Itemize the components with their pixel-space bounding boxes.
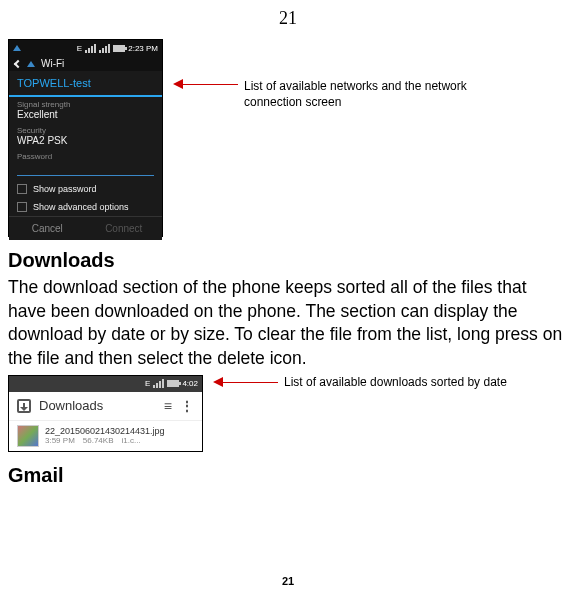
connect-button[interactable]: Connect bbox=[86, 217, 163, 240]
show-password-checkbox[interactable] bbox=[17, 184, 27, 194]
status-e: E bbox=[77, 44, 82, 53]
signal-icon bbox=[85, 44, 96, 53]
wifi-status-icon bbox=[13, 45, 21, 51]
page-number-bottom: 21 bbox=[0, 575, 576, 587]
signal-strength-label: Signal strength bbox=[17, 100, 154, 109]
back-icon[interactable] bbox=[14, 59, 22, 67]
download-source: i1.c... bbox=[122, 436, 141, 445]
sort-icon[interactable]: ≡ bbox=[164, 398, 172, 414]
show-advanced-checkbox[interactable] bbox=[17, 202, 27, 212]
wifi-title-icon bbox=[27, 61, 35, 67]
downloads-heading: Downloads bbox=[8, 249, 568, 272]
download-size: 56.74KB bbox=[83, 436, 114, 445]
downloads-screenshot: E 4:02 Downloads ≡ ⋮ 22_2015060214302144… bbox=[8, 375, 203, 452]
signal-strength-value: Excellent bbox=[17, 109, 154, 120]
dl-signal-icon bbox=[153, 379, 164, 388]
wifi-screenshot: E 2:23 PM Wi-Fi TOPWELL-test Signal stre… bbox=[8, 39, 163, 237]
password-label: Password bbox=[17, 152, 154, 161]
download-icon bbox=[17, 399, 31, 413]
wifi-annotation: List of available networks and the netwo… bbox=[244, 79, 494, 110]
wifi-figure-row: E 2:23 PM Wi-Fi TOPWELL-test Signal stre… bbox=[8, 39, 568, 237]
downloads-title: Downloads bbox=[39, 398, 156, 413]
status-time: 2:23 PM bbox=[128, 44, 158, 53]
security-value: WPA2 PSK bbox=[17, 135, 154, 146]
dialog-title: TOPWELL-test bbox=[9, 71, 162, 97]
page-number-top: 21 bbox=[8, 8, 568, 29]
app-bar: Wi-Fi bbox=[9, 56, 162, 71]
arrow-icon bbox=[173, 79, 238, 89]
dl-status-e: E bbox=[145, 379, 150, 388]
security-label: Security bbox=[17, 126, 154, 135]
gmail-heading: Gmail bbox=[8, 464, 568, 487]
dl-battery-icon bbox=[167, 380, 179, 387]
downloads-annotation: List of available downloads sorted by da… bbox=[284, 375, 507, 391]
wifi-dialog: TOPWELL-test Signal strength Excellent S… bbox=[9, 71, 162, 240]
status-bar: E 2:23 PM bbox=[9, 40, 162, 56]
show-password-label: Show password bbox=[33, 184, 97, 194]
signal-icon-2 bbox=[99, 44, 110, 53]
downloads-annotation-group: List of available downloads sorted by da… bbox=[213, 375, 507, 391]
app-bar-title: Wi-Fi bbox=[41, 58, 64, 69]
downloads-header: Downloads ≡ ⋮ bbox=[9, 392, 202, 421]
password-input[interactable] bbox=[17, 166, 154, 176]
wifi-annotation-group: List of available networks and the netwo… bbox=[173, 79, 494, 110]
download-list-item[interactable]: 22_201506021430214431.jpg 3:59 PM 56.74K… bbox=[9, 421, 202, 451]
dl-status-time: 4:02 bbox=[182, 379, 198, 388]
download-thumbnail bbox=[17, 425, 39, 447]
downloads-figure-row: E 4:02 Downloads ≡ ⋮ 22_2015060214302144… bbox=[8, 375, 568, 452]
battery-icon bbox=[113, 45, 125, 52]
dl-status-bar: E 4:02 bbox=[9, 376, 202, 392]
arrow-icon bbox=[213, 377, 278, 387]
overflow-menu-icon[interactable]: ⋮ bbox=[180, 398, 194, 414]
download-filename: 22_201506021430214431.jpg bbox=[45, 426, 194, 436]
downloads-paragraph: The download section of the phone keeps … bbox=[8, 276, 568, 371]
cancel-button[interactable]: Cancel bbox=[9, 217, 86, 240]
download-time: 3:59 PM bbox=[45, 436, 75, 445]
show-advanced-label: Show advanced options bbox=[33, 202, 129, 212]
